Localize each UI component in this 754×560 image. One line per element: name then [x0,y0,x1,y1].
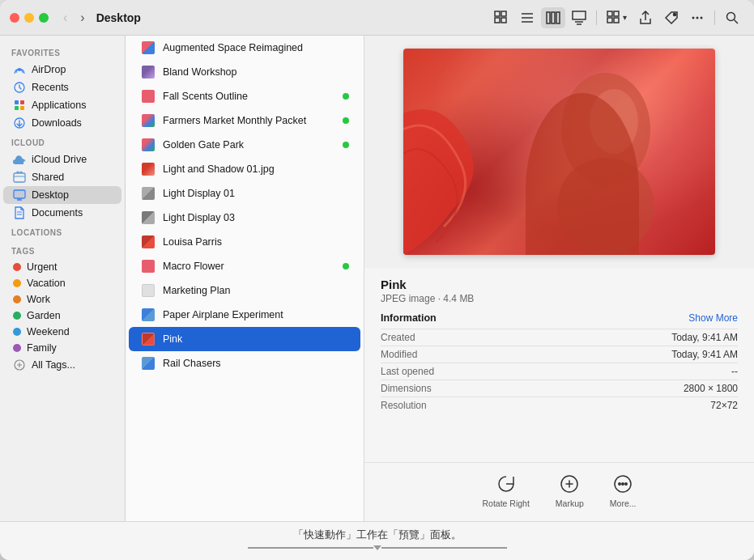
search-button[interactable] [720,7,744,28]
file-item-paper[interactable]: Paper Airplane Experiment [129,303,360,327]
file-name-rail: Rail Chasers [163,358,349,369]
svg-point-17 [674,13,676,15]
svg-rect-15 [607,18,612,23]
svg-point-19 [696,16,699,19]
svg-point-46 [625,483,627,485]
sidebar-item-tag-work[interactable]: Work [3,291,121,308]
view-gallery[interactable] [567,7,591,28]
svg-rect-7 [547,12,550,23]
traffic-lights [10,13,49,23]
markup-label: Markup [556,498,584,508]
sidebar-item-tag-weekend[interactable]: Weekend [3,324,121,340]
file-icon-rail [140,355,156,371]
file-item-light-shadow[interactable]: Light and Shadow 01.jpg [129,157,360,181]
sidebar-item-shared[interactable]: Shared [3,168,121,186]
tag-dot-urgent [13,263,21,271]
file-item-light-display-03[interactable]: Light Display 03 [129,206,360,230]
sidebar-item-tag-family[interactable]: Family [3,340,121,356]
tag-garden-label: Garden [27,310,61,321]
svg-point-45 [622,483,624,485]
close-button[interactable] [10,13,19,23]
file-item-louisa[interactable]: Louisa Parris [129,230,360,254]
tag-button[interactable] [659,7,684,28]
sidebar-item-airdrop[interactable]: AirDrop [3,61,121,78]
minimize-button[interactable] [24,13,34,23]
info-value-last-opened: -- [731,366,738,377]
downloads-label: Downloads [32,117,82,129]
sidebar-item-desktop[interactable]: Desktop [3,186,121,204]
view-columns[interactable] [541,7,565,28]
share-button[interactable] [633,7,658,28]
tag-vacation-label: Vacation [27,278,66,289]
rotate-right-button[interactable]: Rotate Right [482,473,529,508]
file-item-fall[interactable]: Fall Scents Outline [129,84,360,108]
more-actions-icon [611,473,634,495]
file-name-paper: Paper Airplane Experiment [163,309,349,320]
back-button[interactable]: ‹ [58,9,72,27]
file-icon-augmented [140,40,156,56]
maximize-button[interactable] [39,13,49,23]
info-value-dimensions: 2800 × 1800 [684,383,738,394]
file-icon-paper [140,307,156,323]
more-actions-label: More... [610,498,637,508]
view-icon-grid[interactable] [489,7,513,28]
info-row-last-opened: Last opened -- [381,363,738,380]
file-item-farmers[interactable]: Farmers Market Monthly Packet [129,108,360,133]
file-item-pink[interactable]: Pink [129,327,360,351]
sidebar-item-tag-garden[interactable]: Garden [3,308,121,324]
sidebar-item-tag-urgent[interactable]: Urgent [3,259,121,275]
all-tags-label: All Tags... [32,359,75,371]
file-item-light-display-01[interactable]: Light Display 01 [129,181,360,206]
file-item-golden[interactable]: Golden Gate Park [129,133,360,157]
info-value-resolution: 72×72 [710,400,738,411]
file-name-golden: Golden Gate Park [163,139,336,151]
file-item-macro[interactable]: Macro Flower [129,254,360,278]
tag-dot-garden [13,312,21,320]
svg-point-21 [727,12,735,20]
file-item-rail[interactable]: Rail Chasers [129,351,360,375]
applications-icon [13,99,26,112]
more-button[interactable] [685,7,709,28]
file-name-augmented: Augmented Space Reimagined [163,42,349,53]
preview-image [403,49,715,255]
more-actions-button[interactable]: More... [610,473,637,508]
file-item-bland[interactable]: Bland Workshop [129,60,360,84]
file-item-marketing[interactable]: Marketing Plan [129,278,360,303]
group-button[interactable]: ▾ [602,7,632,28]
downloads-icon [13,117,26,129]
forward-button[interactable]: › [75,9,89,27]
titlebar: ‹ › Desktop ▾ [0,0,754,36]
preview-filesize: JPEG image · 4.4 MB [381,293,738,304]
svg-point-18 [692,16,695,19]
desktop-icon [13,189,26,202]
all-tags-icon [13,358,26,371]
sidebar-item-all-tags[interactable]: All Tags... [3,356,121,374]
file-icon-farmers [140,112,156,129]
file-item-augmented[interactable]: Augmented Space Reimagined [129,36,360,60]
show-more-link[interactable]: Show More [688,312,738,324]
window-title: Desktop [96,11,141,24]
tag-urgent-label: Urgent [27,261,58,273]
sidebar-item-downloads[interactable]: Downloads [3,114,121,132]
svg-rect-8 [552,12,555,23]
preview-filename: Pink [381,278,738,291]
file-dot-macro [343,263,349,269]
svg-rect-31 [14,190,25,198]
svg-rect-10 [573,11,586,19]
sidebar-item-icloud-drive[interactable]: iCloud Drive [3,151,121,168]
sidebar-item-recents[interactable]: Recents [3,78,121,96]
tag-weekend-label: Weekend [27,326,70,337]
svg-rect-25 [20,100,24,104]
info-label-modified: Modified [381,349,417,360]
tag-dot-family [13,344,21,352]
markup-button[interactable]: Markup [556,473,584,508]
info-label-last-opened: Last opened [381,366,434,377]
applications-label: Applications [32,100,86,111]
sidebar-item-applications[interactable]: Applications [3,96,121,114]
sidebar-item-tag-vacation[interactable]: Vacation [3,275,121,291]
view-list[interactable] [515,7,539,28]
separator-2 [714,11,715,25]
sidebar-item-documents[interactable]: Documents [3,204,121,222]
file-name-light-display-03: Light Display 03 [163,212,349,223]
info-title: Information [381,312,437,324]
